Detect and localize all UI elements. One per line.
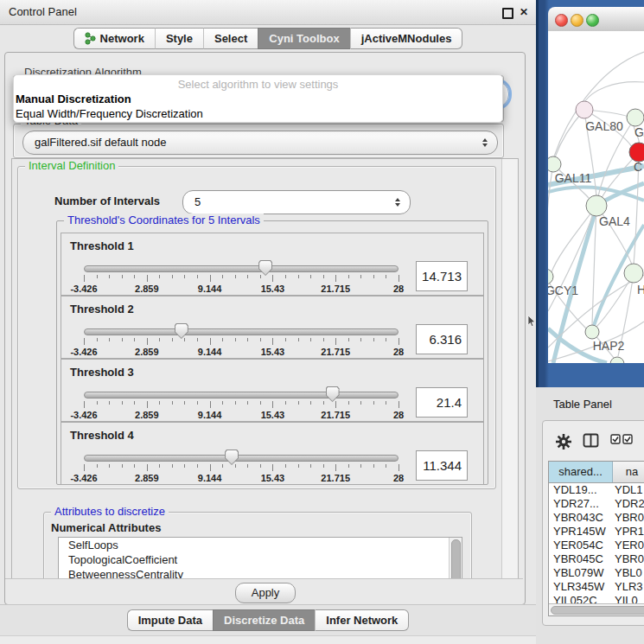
cell-shared-name[interactable]: YBL079W <box>549 566 612 580</box>
table-row[interactable]: YER054CYER0 <box>549 539 644 552</box>
float-window-icon[interactable] <box>502 8 513 19</box>
tab-network[interactable]: Network <box>73 28 155 49</box>
dropdown-placeholder-item[interactable]: Select algorithm to view settings <box>14 75 502 92</box>
slider-thumb[interactable] <box>175 323 188 339</box>
threshold-value-field[interactable]: 6.316 <box>416 324 468 354</box>
numerical-attributes-list[interactable]: SelfLoopsTopologicalCoefficientBetweenne… <box>58 537 462 579</box>
slider-track[interactable] <box>84 328 399 335</box>
cell-name[interactable]: YDL1 <box>612 483 644 497</box>
slider-thumb[interactable] <box>326 386 340 402</box>
network-node[interactable] <box>576 101 593 118</box>
table-horizontal-scrollbar[interactable] <box>549 603 644 615</box>
cell-name[interactable]: YBR0 <box>612 511 644 525</box>
slider-track[interactable] <box>84 265 399 272</box>
list-vertical-scrollbar[interactable] <box>449 538 462 579</box>
column-header-shared-name[interactable]: shared... <box>549 462 613 482</box>
table-row[interactable]: YBL079WYBL0 <box>549 566 644 580</box>
close-traffic-light-icon[interactable] <box>555 14 568 27</box>
network-icon <box>85 32 96 45</box>
scrollbar-thumb[interactable] <box>551 606 644 615</box>
control-panel-titlebar[interactable]: Control Panel ✕ <box>0 0 536 25</box>
scrollbar-thumb[interactable] <box>451 539 461 579</box>
table-row[interactable]: YDR27...YDR2 <box>549 497 644 511</box>
minimize-traffic-light-icon[interactable] <box>571 14 583 27</box>
network-node[interactable] <box>629 143 644 162</box>
number-of-intervals-label: Number of Intervals <box>54 194 160 207</box>
threshold-slider[interactable]: -3.4262.8599.14415.4321.71528 <box>84 233 399 295</box>
cell-shared-name[interactable]: YPR145W <box>549 525 612 539</box>
threshold-value-field[interactable]: 11.344 <box>416 450 468 481</box>
table-row[interactable]: YBR043CYBR0 <box>549 511 644 525</box>
threshold-value-field[interactable]: 14.713 <box>416 261 468 291</box>
network-node[interactable] <box>548 156 561 172</box>
network-node[interactable] <box>610 357 624 363</box>
number-of-intervals-combobox[interactable]: 5 <box>182 190 411 214</box>
slider-ticks <box>84 275 399 283</box>
network-window-titlebar[interactable] <box>548 7 644 32</box>
threshold-slider[interactable]: -3.4262.8599.14415.4321.71528 <box>84 423 399 484</box>
cell-shared-name[interactable]: YLR345W <box>549 580 612 594</box>
table-row[interactable]: YBR045CYBR0 <box>549 552 644 566</box>
slider-track[interactable] <box>84 392 399 399</box>
cell-shared-name[interactable]: YDR27... <box>549 497 612 511</box>
column-header-name[interactable]: na <box>613 462 644 482</box>
tab-jactivemnodules[interactable]: jActiveMNodules <box>350 28 463 49</box>
network-node[interactable] <box>585 325 599 339</box>
cell-name[interactable]: YER0 <box>612 539 644 552</box>
close-icon[interactable]: ✕ <box>519 7 529 17</box>
network-node-label: HAP2 <box>593 339 625 353</box>
slider-thumb[interactable] <box>258 260 272 276</box>
zoom-traffic-light-icon[interactable] <box>586 14 599 27</box>
cell-shared-name[interactable]: YDL19... <box>549 483 612 497</box>
gear-icon[interactable] <box>555 433 572 450</box>
slider-tick <box>323 275 324 278</box>
slider-tick <box>348 464 349 468</box>
network-node[interactable] <box>624 264 643 283</box>
slider-tick <box>348 401 349 405</box>
cell-name[interactable]: YPR1 <box>612 525 644 539</box>
table-row[interactable]: YDL19...YDL1 <box>549 483 644 497</box>
settings-vertical-scrollbar[interactable] <box>501 159 518 578</box>
slider-tick <box>386 338 386 341</box>
slider-tick-label: 15.43 <box>261 284 285 294</box>
tab-cyni-toolbox[interactable]: Cyni Toolbox <box>258 28 349 49</box>
group-title: Interval Definition <box>25 159 118 172</box>
attribute-list-item[interactable]: SelfLoops <box>59 538 448 552</box>
cell-shared-name[interactable]: YBR043C <box>549 511 612 525</box>
cell-name[interactable]: YBL0 <box>612 566 644 580</box>
slider-tick-label: 2.859 <box>135 473 159 483</box>
tab-label: Select <box>214 32 247 45</box>
threshold-slider[interactable]: -3.4262.8599.14415.4321.71528 <box>84 360 399 421</box>
threshold-value-field[interactable]: 21.4 <box>416 387 468 418</box>
cell-name[interactable]: YLR3 <box>612 580 644 594</box>
table-data-combobox[interactable]: galFiltered.sif default node <box>22 131 498 155</box>
table-row[interactable]: YLR345WYLR3 <box>549 580 644 594</box>
tab-discretize-data[interactable]: Discretize Data <box>213 609 315 631</box>
network-canvas[interactable]: GAL80GACGAL11GAL4GCY1HHAP2 <box>548 31 644 363</box>
tab-style[interactable]: Style <box>155 28 203 49</box>
attribute-list-item[interactable]: BetweennessCentrality <box>59 567 448 579</box>
network-node[interactable] <box>586 195 607 216</box>
column-layout-icon[interactable] <box>583 433 600 449</box>
slider-tick <box>260 464 261 468</box>
cell-shared-name[interactable]: YBR045C <box>549 552 612 566</box>
dropdown-item-equal-width-frequency[interactable]: Equal Width/Frequency Discretization <box>14 106 502 121</box>
attribute-list-item[interactable]: TopologicalCoefficient <box>59 552 448 567</box>
apply-button[interactable]: Apply <box>235 583 296 603</box>
cell-name[interactable]: YDR2 <box>612 497 644 511</box>
dropdown-item-manual-discretization[interactable]: Manual Discretization <box>14 92 502 106</box>
cell-shared-name[interactable]: YER054C <box>549 539 612 552</box>
tab-impute-data[interactable]: Impute Data <box>127 609 213 631</box>
tab-select[interactable]: Select <box>203 28 258 49</box>
checkbox-columns-icon[interactable] <box>610 433 634 445</box>
slider-tick <box>197 338 198 341</box>
threshold-slider[interactable]: -3.4262.8599.14415.4321.71528 <box>84 296 399 358</box>
slider-tick <box>272 464 273 471</box>
slider-thumb[interactable] <box>225 450 239 465</box>
slider-track[interactable] <box>84 455 399 462</box>
cell-name[interactable]: YBR0 <box>612 552 644 566</box>
network-node[interactable] <box>627 109 644 126</box>
table-row[interactable]: YPR145WYPR1 <box>549 525 644 539</box>
tab-infer-network[interactable]: Infer Network <box>315 609 409 631</box>
node-attribute-table[interactable]: shared... na YDL19...YDL1YDR27...YDR2YBR… <box>548 461 644 616</box>
